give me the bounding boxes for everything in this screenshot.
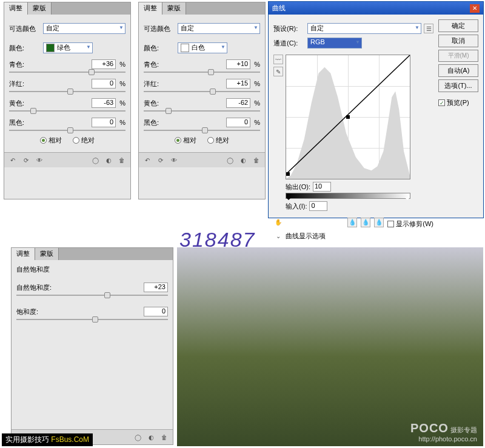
magenta-value[interactable]: +15 — [226, 79, 250, 89]
trash-icon[interactable]: 🗑 — [117, 155, 127, 165]
reset-icon[interactable]: ⟳ — [156, 155, 166, 165]
eyedropper-black-icon[interactable]: 💧 — [347, 218, 357, 227]
preset-select[interactable]: 自定 — [178, 23, 260, 34]
magenta-slider[interactable] — [9, 91, 125, 92]
eye-icon[interactable]: 👁 — [35, 155, 44, 165]
options-button[interactable]: 选项(T)... — [438, 79, 478, 92]
channel-label: 通道(C): — [273, 39, 305, 48]
output-label: 输出(O): — [286, 182, 310, 192]
yellow-value[interactable]: -62 — [226, 98, 250, 108]
auto-button[interactable]: 自动(A) — [438, 64, 478, 77]
preset-select[interactable]: 自定 — [307, 23, 421, 34]
color-label: 颜色: — [9, 44, 41, 53]
title-label: 可选颜色 — [9, 24, 41, 33]
ok-button[interactable]: 确定 — [438, 19, 478, 32]
yellow-slider[interactable] — [9, 110, 125, 112]
vibrance-label: 自然饱和度: — [16, 283, 144, 292]
preset-select[interactable]: 自定 — [43, 23, 125, 34]
panel-footer: ↶ ⟳ 👁 ◯ ◐ 🗑 — [139, 152, 265, 167]
result-photo: POCO 摄影专题 http://photo.poco.cn — [177, 247, 483, 446]
absolute-radio[interactable]: 绝对 — [73, 136, 95, 145]
svg-rect-1 — [346, 115, 350, 119]
tab-adjust[interactable]: 调整 — [4, 2, 28, 15]
circle-icon[interactable]: ◯ — [225, 155, 235, 165]
preset-label: 预设(R): — [273, 24, 305, 33]
black-slider[interactable] — [9, 130, 125, 131]
show-clipping-checkbox[interactable]: 显示修剪(W) — [387, 219, 433, 229]
magenta-label: 洋红: — [9, 79, 92, 89]
panel-title: 自然饱和度 — [16, 265, 168, 274]
eyedropper-white-icon[interactable]: 💧 — [374, 218, 384, 227]
trash-icon[interactable]: 🗑 — [252, 155, 261, 165]
cyan-label: 青色: — [9, 60, 92, 69]
cyan-value[interactable]: +36 — [92, 59, 116, 69]
curves-dialog: 曲线 ✕ 预设(R): 自定 ☰ 通道(C): RGB 〰 ✎ — [268, 1, 484, 218]
tab-adjust[interactable]: 调整 — [139, 2, 162, 15]
black-slider[interactable] — [144, 130, 260, 131]
relative-radio[interactable]: 相对 — [175, 136, 196, 145]
reset-icon[interactable]: ⟳ — [21, 155, 31, 165]
vibrance-value[interactable]: +23 — [144, 283, 168, 292]
tab-adjust[interactable]: 调整 — [12, 248, 35, 260]
channel-select[interactable]: RGB — [307, 38, 362, 48]
output-value[interactable]: 10 — [313, 182, 331, 192]
black-value[interactable]: 0 — [226, 118, 250, 127]
menu-icon[interactable]: ☰ — [424, 24, 433, 33]
slider-group: 青色:+10% 洋红:+15% 黄色:-62% 黑色:0% — [144, 59, 260, 131]
hand-icon[interactable]: ✋ — [273, 218, 283, 227]
color-select[interactable]: 白色 — [178, 42, 227, 53]
trash-icon[interactable]: 🗑 — [159, 432, 169, 442]
title-label: 可选颜色 — [144, 24, 175, 33]
vibrance-slider[interactable] — [16, 295, 168, 296]
dialog-title: 曲线 — [272, 4, 286, 13]
display-options-label[interactable]: 曲线显示选项 — [286, 232, 326, 241]
circle-icon[interactable]: ◯ — [133, 432, 142, 442]
preview-checkbox[interactable]: 预览(P) — [438, 98, 478, 107]
absolute-radio[interactable]: 绝对 — [207, 136, 229, 145]
input-value[interactable]: 0 — [309, 201, 327, 211]
color-swatch-icon — [181, 44, 189, 52]
curve-tool-icon[interactable]: 〰 — [273, 55, 283, 64]
yellow-slider[interactable] — [144, 110, 260, 112]
color-select[interactable]: 绿色 — [43, 42, 93, 53]
dialog-titlebar[interactable]: 曲线 ✕ — [269, 2, 483, 15]
clip-icon[interactable]: ◐ — [104, 155, 113, 165]
color-swatch-icon — [46, 44, 55, 52]
cancel-button[interactable]: 取消 — [438, 35, 478, 47]
saturation-value[interactable]: 0 — [144, 307, 168, 316]
relative-radio[interactable]: 相对 — [40, 136, 62, 145]
eyedropper-gray-icon[interactable]: 💧 — [361, 218, 370, 227]
back-icon[interactable]: ↶ — [142, 155, 152, 165]
selective-color-panel-green: 调整 蒙版 可选颜色 自定 颜色: 绿色 青色:+36% 洋红:0% 黄色:-6… — [4, 2, 131, 199]
panel-tabs: 调整 蒙版 — [139, 2, 265, 15]
black-label: 黑色: — [9, 118, 92, 127]
svg-rect-2 — [286, 172, 290, 176]
saturation-slider[interactable] — [16, 319, 168, 320]
panel-footer: ↶ ⟳ 👁 ◯ ◐ 🗑 — [4, 152, 130, 167]
cyan-slider[interactable] — [9, 72, 125, 73]
cyan-slider[interactable] — [144, 72, 260, 73]
expand-icon[interactable]: ⌄ — [273, 231, 283, 241]
clip-icon[interactable]: ◐ — [238, 155, 248, 165]
close-icon[interactable]: ✕ — [470, 4, 480, 13]
yellow-value[interactable]: -63 — [92, 98, 116, 108]
magenta-slider[interactable] — [144, 91, 260, 92]
pencil-tool-icon[interactable]: ✎ — [273, 67, 283, 76]
panel-tabs: 调整 蒙版 — [12, 248, 173, 260]
saturation-label: 饱和度: — [16, 307, 144, 316]
tab-mask[interactable]: 蒙版 — [28, 2, 52, 15]
smooth-button[interactable]: 平滑(M) — [438, 50, 478, 62]
curves-chart[interactable] — [286, 55, 410, 179]
black-value[interactable]: 0 — [92, 118, 116, 127]
tab-mask[interactable]: 蒙版 — [162, 2, 186, 15]
cyan-value[interactable]: +10 — [226, 59, 250, 69]
clip-icon[interactable]: ◐ — [146, 432, 156, 442]
output-gradient[interactable] — [286, 193, 410, 199]
magenta-value[interactable]: 0 — [92, 79, 116, 89]
tab-mask[interactable]: 蒙版 — [35, 248, 59, 260]
poco-watermark: POCO 摄影专题 http://photo.poco.cn — [410, 421, 477, 443]
bottom-left-watermark: 实用摄影技巧 FsBus.CoM — [2, 433, 93, 446]
circle-icon[interactable]: ◯ — [90, 155, 100, 165]
back-icon[interactable]: ↶ — [8, 155, 18, 165]
eye-icon[interactable]: 👁 — [169, 155, 179, 165]
